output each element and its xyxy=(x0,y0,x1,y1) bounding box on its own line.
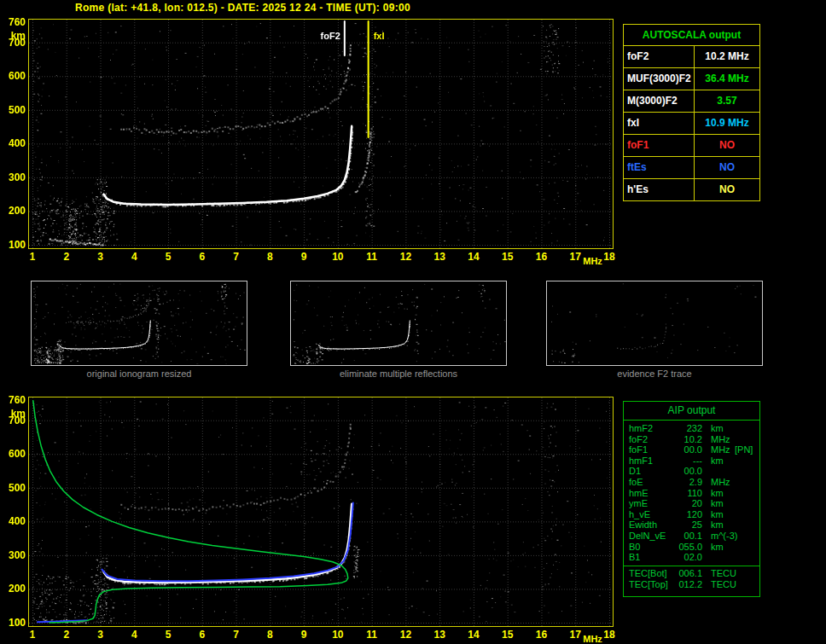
aip-row-value: 00.0 xyxy=(654,445,702,455)
autoscala-row-value: NO xyxy=(695,179,759,200)
aip-row-label: B0 xyxy=(629,542,640,552)
aip-row-value: --- xyxy=(654,456,702,466)
x-tick-label: 11 xyxy=(362,629,382,640)
x-tick-label: 12 xyxy=(395,629,416,640)
x-tick-label: 6 xyxy=(192,629,212,640)
aip-row-label: hmE xyxy=(629,489,649,498)
x-tick-label: 15 xyxy=(497,629,518,640)
ionogram-plot-top xyxy=(28,19,614,249)
x-tick-label: 6 xyxy=(192,252,212,262)
aip-tec-unit: TECU xyxy=(711,580,736,589)
y-tick-label: 200 xyxy=(0,583,26,594)
y-tick-label: 100 xyxy=(0,618,26,628)
autoscala-row-value: 10.2 MHz xyxy=(695,46,759,67)
aip-row-unit: MHz xyxy=(711,445,730,455)
x-tick-label: 4 xyxy=(124,252,144,262)
y-tick-label: 760 xyxy=(0,395,26,405)
aip-row-label: foF1 xyxy=(629,445,648,455)
autoscala-row-label: foF2 xyxy=(624,46,695,67)
aip-tec-value: 006.1 xyxy=(654,569,702,578)
autoscala-row-value: 10.9 MHz xyxy=(695,113,759,134)
x-tick-label: 5 xyxy=(158,629,178,640)
x-tick-label: 8 xyxy=(259,629,280,640)
aip-tec-value: 012.2 xyxy=(654,580,702,589)
aip-row-label: B1 xyxy=(629,553,640,562)
aip-tec-divider xyxy=(624,566,759,566)
autoscala-row-label: h'Es xyxy=(624,179,695,200)
y-tick-label: 200 xyxy=(0,206,26,216)
aip-row-value: 2.9 xyxy=(654,478,702,487)
aip-row-unit: km xyxy=(711,510,724,519)
autoscala-row-value: NO xyxy=(695,135,759,156)
autoscala-output-title: AUTOSCALA output xyxy=(624,25,759,46)
aip-row-label: foF2 xyxy=(629,435,648,444)
x-tick-label: 10 xyxy=(328,629,348,640)
autoscala-row-value: NO xyxy=(695,157,759,178)
y-axis-unit: km xyxy=(0,409,26,419)
aip-row-unit: MHz xyxy=(711,435,730,444)
aip-row-value: 25 xyxy=(654,520,702,530)
autoscala-row: ftEsNO xyxy=(624,157,759,179)
thumbnail-original-ionogram xyxy=(31,281,247,366)
header-station-date-time: Rome (lat: +41.8, lon: 012.5) - DATE: 20… xyxy=(75,2,410,14)
aip-row-label: hmF1 xyxy=(629,456,653,466)
y-tick-label: 500 xyxy=(0,483,26,493)
autoscala-row-label: foF1 xyxy=(624,135,695,156)
x-tick-label: 9 xyxy=(294,252,314,262)
x-tick-label: 16 xyxy=(531,252,551,262)
aip-row-unit: MHz xyxy=(711,478,730,487)
thumbnail-caption-original: original ionogram resized xyxy=(31,368,247,379)
autoscala-row-label: M(3000)F2 xyxy=(624,90,695,112)
x-tick-label: 13 xyxy=(429,629,450,640)
aip-output-rows: hmF2232kmfoF210.2MHzfoF100.0MHz[PN]hmF1-… xyxy=(624,421,759,596)
x-axis-unit: MHz xyxy=(583,635,602,644)
y-tick-label: 760 xyxy=(0,17,26,27)
autoscala-row: foF210.2 MHz xyxy=(624,46,759,68)
aip-row-unit: km xyxy=(711,489,724,498)
ionogram-bottom-canvas xyxy=(29,397,613,626)
x-tick-label: 14 xyxy=(463,629,484,640)
x-tick-label: 11 xyxy=(362,252,382,262)
thumbnail-caption-multiple-reflections: eliminate multiple reflections xyxy=(290,368,507,379)
y-tick-label: 300 xyxy=(0,172,26,183)
aip-row-extra: [PN] xyxy=(735,445,753,455)
y-tick-label: 100 xyxy=(0,240,26,250)
aip-row-label: foE xyxy=(629,478,643,487)
x-tick-label: 15 xyxy=(497,252,518,262)
autoscala-row: foF1NO xyxy=(624,135,759,157)
autoscala-row: MUF(3000)F236.4 MHz xyxy=(624,68,759,90)
aip-row-unit: km xyxy=(711,520,724,530)
aip-row-unit: km xyxy=(711,499,724,508)
aip-row-label: hmF2 xyxy=(629,424,653,433)
autoscala-row-value: 36.4 MHz xyxy=(695,68,759,90)
x-tick-label: 9 xyxy=(294,629,314,640)
ionogram-plot-bottom xyxy=(28,397,614,627)
aip-output-title: AIP output xyxy=(624,402,759,421)
aip-row-value: 00.0 xyxy=(654,467,702,476)
x-tick-label: 16 xyxy=(531,629,551,640)
x-tick-label: 2 xyxy=(56,629,77,640)
x-tick-label: 1 xyxy=(22,629,43,640)
x-tick-label: 14 xyxy=(463,252,484,262)
autoscala-row-value: 3.57 xyxy=(695,90,759,112)
aip-row-value: 120 xyxy=(654,510,702,519)
autoscala-row-label: fxI xyxy=(624,113,695,134)
y-tick-label: 500 xyxy=(0,105,26,115)
autoscala-output-rows: foF210.2 MHzMUF(3000)F236.4 MHzM(3000)F2… xyxy=(624,46,759,200)
autoscala-row: fxI10.9 MHz xyxy=(624,113,759,135)
y-tick-label: 400 xyxy=(0,138,26,148)
aip-row-value: 20 xyxy=(654,499,702,508)
aip-tec-unit: TECU xyxy=(711,569,736,578)
autoscala-row: M(3000)F23.57 xyxy=(624,90,759,113)
autoscala-row: h'EsNO xyxy=(624,179,759,200)
aip-row-value: 02.0 xyxy=(654,553,702,562)
x-tick-label: 12 xyxy=(395,252,416,262)
x-tick-label: 7 xyxy=(226,252,247,262)
aip-row-unit: km xyxy=(711,424,724,433)
thumbnail-multiple-reflections xyxy=(290,281,507,366)
x-tick-label: 2 xyxy=(56,252,77,262)
x-tick-label: 1 xyxy=(22,252,43,262)
aip-output-panel: AIP output hmF2232kmfoF210.2MHzfoF100.0M… xyxy=(623,401,760,597)
x-tick-label: 4 xyxy=(124,629,144,640)
x-tick-label: 10 xyxy=(328,252,348,262)
